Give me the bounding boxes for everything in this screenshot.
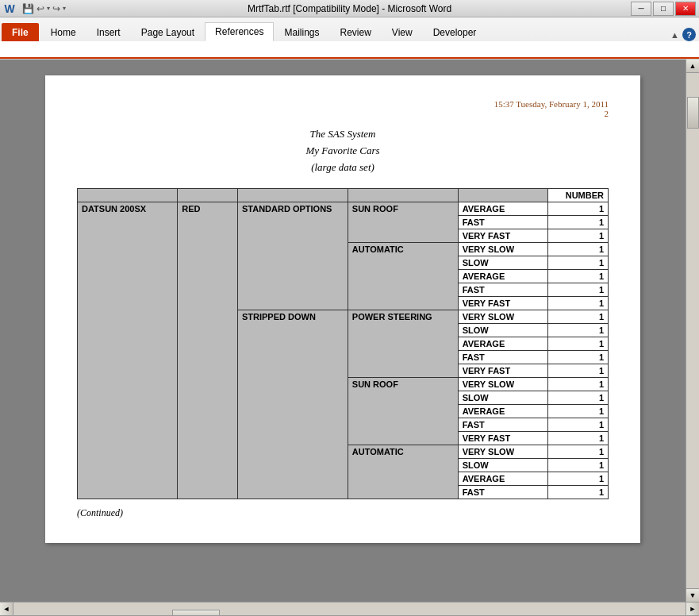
- speed-cell: AVERAGE: [458, 472, 548, 486]
- doc-title-line3: (large data set): [77, 160, 609, 176]
- number-cell: 1: [548, 418, 609, 432]
- speed-cell: SLOW: [458, 391, 548, 405]
- speed-cell: VERY SLOW: [458, 310, 548, 324]
- tab-references[interactable]: References: [205, 22, 274, 41]
- number-cell: 1: [548, 256, 609, 270]
- document-container: 15:37 Tuesday, February 1, 2011 2 The SA…: [0, 60, 699, 615]
- col-car: [78, 189, 178, 202]
- maximize-button[interactable]: □: [653, 2, 674, 16]
- minimize-ribbon-btn[interactable]: ▲: [670, 30, 679, 40]
- speed-cell: VERY FAST: [458, 364, 548, 378]
- speed-cell: VERY FAST: [458, 229, 548, 243]
- save-quick-btn[interactable]: 💾: [22, 3, 34, 14]
- speed-cell: AVERAGE: [458, 337, 548, 351]
- number-cell: 1: [548, 486, 609, 499]
- speed-cell: SLOW: [458, 256, 548, 270]
- color-cell: RED: [178, 202, 238, 499]
- speed-cell: SLOW: [458, 324, 548, 337]
- document-page: 15:37 Tuesday, February 1, 2011 2 The SA…: [45, 75, 640, 543]
- col-number-header: NUMBER: [548, 189, 609, 202]
- tab-home[interactable]: Home: [40, 23, 86, 41]
- ribbon: File Home Insert Page Layout References …: [0, 17, 699, 60]
- tab-mailings[interactable]: Mailings: [274, 23, 329, 41]
- number-cell: 1: [548, 283, 609, 297]
- number-cell: 1: [548, 364, 609, 378]
- col-speed: [458, 189, 548, 202]
- number-cell: 1: [548, 337, 609, 351]
- doc-header: 15:37 Tuesday, February 1, 2011 2: [77, 99, 609, 118]
- undo-dropdown-btn[interactable]: ▾: [47, 5, 50, 12]
- extras-cell: AUTOMATIC: [348, 243, 458, 310]
- extras-cell: SUN ROOF: [348, 202, 458, 243]
- number-cell: 1: [548, 445, 609, 459]
- ribbon-bar: [0, 41, 699, 59]
- scroll-track[interactable]: [686, 73, 699, 588]
- options-cell: STRIPPED DOWN: [237, 310, 348, 499]
- minimize-button[interactable]: ─: [631, 2, 651, 16]
- word-icon: W: [3, 2, 16, 15]
- speed-cell: VERY SLOW: [458, 445, 548, 459]
- speed-cell: AVERAGE: [458, 202, 548, 216]
- doc-title-line1: The SAS System: [77, 126, 609, 143]
- hscroll-right-arrow[interactable]: ►: [686, 603, 699, 616]
- hscroll-left-arrow[interactable]: ◄: [0, 603, 13, 616]
- number-cell: 1: [548, 432, 609, 445]
- speed-cell: VERY FAST: [458, 297, 548, 310]
- col-options: [237, 189, 348, 202]
- number-cell: 1: [548, 243, 609, 256]
- number-cell: 1: [548, 202, 609, 216]
- tab-view[interactable]: View: [382, 23, 423, 41]
- number-cell: 1: [548, 405, 609, 418]
- horizontal-scrollbar[interactable]: ◄ ►: [0, 602, 699, 615]
- car-cell: DATSUN 200SX: [78, 202, 178, 499]
- vertical-scrollbar[interactable]: ▲ ▼: [686, 60, 699, 602]
- speed-cell: FAST: [458, 283, 548, 297]
- table-body: DATSUN 200SXREDSTANDARD OPTIONSSUN ROOFA…: [78, 202, 609, 499]
- speed-cell: VERY FAST: [458, 432, 548, 445]
- speed-cell: VERY SLOW: [458, 378, 548, 391]
- number-cell: 1: [548, 472, 609, 486]
- qa-dropdown-btn[interactable]: ▾: [63, 5, 66, 12]
- col-extras: [348, 189, 458, 202]
- header-datetime: 15:37 Tuesday, February 1, 2011: [494, 99, 609, 109]
- title-bar: W 💾 ↩ ▾ ↪ ▾ MrtfTab.rtf [Compatibility M…: [0, 0, 699, 17]
- number-cell: 1: [548, 310, 609, 324]
- extras-cell: AUTOMATIC: [348, 445, 458, 499]
- undo-quick-btn[interactable]: ↩: [36, 3, 44, 14]
- speed-cell: FAST: [458, 216, 548, 229]
- doc-page-area[interactable]: 15:37 Tuesday, February 1, 2011 2 The SA…: [0, 60, 686, 602]
- col-color: [178, 189, 238, 202]
- number-cell: 1: [548, 324, 609, 337]
- speed-cell: FAST: [458, 351, 548, 364]
- speed-cell: SLOW: [458, 459, 548, 472]
- doc-scroll-area: 15:37 Tuesday, February 1, 2011 2 The SA…: [0, 60, 699, 602]
- hscroll-thumb[interactable]: [172, 610, 220, 615]
- title-bar-left: W 💾 ↩ ▾ ↪ ▾: [3, 2, 66, 15]
- extras-cell: POWER STEERING: [348, 310, 458, 378]
- tab-file[interactable]: File: [2, 23, 39, 41]
- options-cell: STANDARD OPTIONS: [237, 202, 348, 310]
- window-title: MrtfTab.rtf [Compatibility Mode] - Micro…: [0, 3, 699, 14]
- redo-quick-btn[interactable]: ↪: [52, 3, 60, 14]
- number-cell: 1: [548, 297, 609, 310]
- tab-page-layout[interactable]: Page Layout: [131, 23, 205, 41]
- tab-review[interactable]: Review: [329, 23, 381, 41]
- ribbon-tabs-row: File Home Insert Page Layout References …: [0, 17, 699, 41]
- close-button[interactable]: ✕: [675, 2, 696, 16]
- speed-cell: VERY SLOW: [458, 243, 548, 256]
- number-cell: 1: [548, 459, 609, 472]
- scroll-up-arrow[interactable]: ▲: [686, 60, 699, 73]
- help-button[interactable]: ?: [682, 28, 696, 41]
- number-cell: 1: [548, 216, 609, 229]
- tab-insert[interactable]: Insert: [86, 23, 131, 41]
- header-page: 2: [605, 109, 609, 118]
- window-controls: ─ □ ✕: [631, 2, 696, 16]
- scroll-down-arrow[interactable]: ▼: [686, 588, 699, 602]
- extras-cell: SUN ROOF: [348, 378, 458, 445]
- scroll-thumb[interactable]: [687, 97, 699, 129]
- number-cell: 1: [548, 229, 609, 243]
- number-cell: 1: [548, 270, 609, 283]
- speed-cell: FAST: [458, 418, 548, 432]
- tab-developer[interactable]: Developer: [423, 23, 487, 41]
- number-cell: 1: [548, 378, 609, 391]
